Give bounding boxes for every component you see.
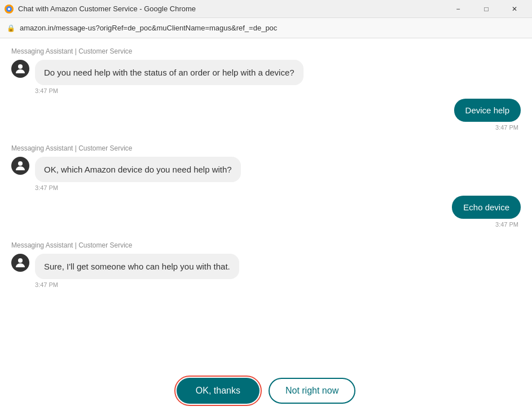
user-message-group-1: Device help 3:47 PM (11, 99, 521, 131)
user-time-2: 3:47 PM (495, 221, 518, 228)
action-bar: OK, thanks Not right now (0, 369, 532, 415)
bot-avatar-2 (11, 157, 29, 175)
not-right-now-button[interactable]: Not right now (269, 378, 355, 404)
svg-point-4 (18, 258, 23, 263)
bot-bubble-3: Sure, I'll get someone who can help you … (35, 254, 239, 279)
section-label-2: Messaging Assistant | Customer Service (11, 144, 521, 152)
bot-bubble-2: OK, which Amazon device do you need help… (35, 157, 241, 182)
lock-icon: 🔒 (7, 24, 15, 32)
user-message-group-2: Echo device 3:47 PM (11, 196, 521, 228)
chat-container: Messaging Assistant | Customer Service D… (0, 38, 532, 369)
svg-point-2 (18, 64, 23, 69)
bot-message-group-3: Messaging Assistant | Customer Service S… (11, 232, 521, 288)
address-bar: 🔒 amazon.in/message-us?origRef=de_poc&mu… (0, 18, 532, 38)
bot-avatar-1 (11, 60, 29, 78)
bot-row-3: Sure, I'll get someone who can help you … (11, 254, 521, 279)
maximize-button[interactable]: □ (473, 0, 499, 18)
bot-time-1: 3:47 PM (35, 87, 521, 94)
close-button[interactable]: ✕ (502, 0, 527, 18)
section-label-1: Messaging Assistant | Customer Service (11, 47, 521, 55)
bot-message-group-2: Messaging Assistant | Customer Service O… (11, 135, 521, 191)
bot-avatar-3 (11, 254, 29, 272)
bot-message-group-1: Messaging Assistant | Customer Service D… (11, 38, 521, 94)
svg-point-3 (18, 161, 23, 166)
bot-time-3: 3:47 PM (35, 281, 521, 288)
section-label-3: Messaging Assistant | Customer Service (11, 241, 521, 249)
bot-bubble-1: Do you need help with the status of an o… (35, 60, 304, 85)
bot-row-1: Do you need help with the status of an o… (11, 60, 521, 85)
svg-point-1 (8, 8, 10, 10)
minimize-button[interactable]: − (445, 0, 471, 18)
url-text[interactable]: amazon.in/message-us?origRef=de_poc&muCl… (20, 24, 277, 32)
window-controls: − □ ✕ (445, 0, 527, 18)
user-bubble-1: Device help (454, 99, 521, 122)
window-title: Chat with Amazon Customer Service - Goog… (18, 5, 445, 13)
ok-thanks-button[interactable]: OK, thanks (177, 378, 260, 404)
title-bar: Chat with Amazon Customer Service - Goog… (0, 0, 532, 18)
user-bubble-2: Echo device (452, 196, 521, 219)
bot-time-2: 3:47 PM (35, 184, 521, 191)
user-time-1: 3:47 PM (495, 124, 518, 131)
bot-row-2: OK, which Amazon device do you need help… (11, 157, 521, 182)
browser-icon (5, 5, 14, 14)
